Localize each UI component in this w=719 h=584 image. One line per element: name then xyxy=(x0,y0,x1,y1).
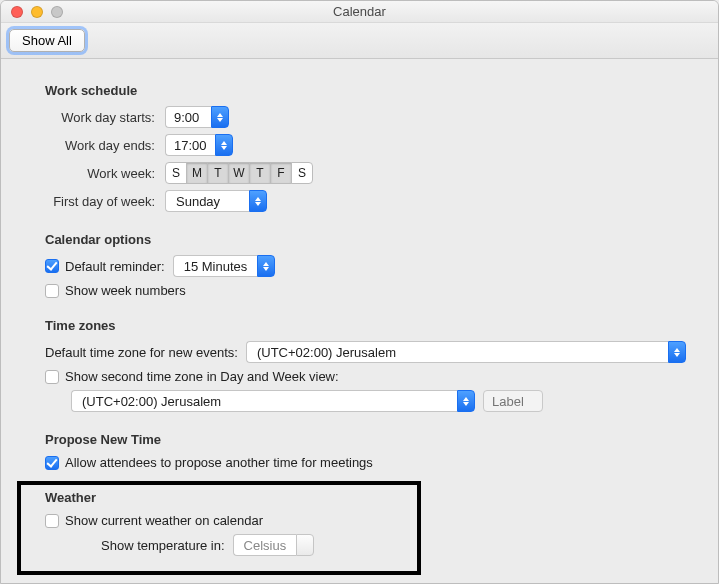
weather-heading: Weather xyxy=(45,490,686,505)
show-temperature-in-label: Show temperature in: xyxy=(101,538,225,553)
first-day-of-week-label: First day of week: xyxy=(45,194,165,209)
calendar-options-heading: Calendar options xyxy=(45,232,686,247)
show-current-weather-checkbox[interactable] xyxy=(45,514,59,528)
popup-arrows-icon[interactable] xyxy=(457,390,475,412)
titlebar: Calendar xyxy=(1,1,718,23)
minimize-window-button[interactable] xyxy=(31,6,43,18)
default-time-zone-popup[interactable]: (UTC+02:00) Jerusalem xyxy=(246,341,686,363)
allow-propose-label: Allow attendees to propose another time … xyxy=(65,455,373,470)
show-all-button[interactable]: Show All xyxy=(9,29,85,52)
show-week-numbers-checkbox[interactable] xyxy=(45,284,59,298)
popup-arrows-icon[interactable] xyxy=(257,255,275,277)
day-toggle-fri[interactable]: F xyxy=(270,162,292,184)
show-second-time-zone-label: Show second time zone in Day and Week vi… xyxy=(65,369,339,384)
second-time-zone-popup[interactable]: (UTC+02:00) Jerusalem xyxy=(71,390,475,412)
default-reminder-value: 15 Minutes xyxy=(173,255,258,277)
toolbar: Show All xyxy=(1,23,718,59)
preferences-window: Calendar Show All Work schedule Work day… xyxy=(0,0,719,584)
stepper-arrows-icon[interactable] xyxy=(215,134,233,156)
propose-new-time-heading: Propose New Time xyxy=(45,432,686,447)
stepper-arrows-icon[interactable] xyxy=(211,106,229,128)
first-day-of-week-value: Sunday xyxy=(165,190,249,212)
work-day-ends-value: 17:00 xyxy=(165,134,215,156)
work-day-starts-stepper[interactable]: 9:00 xyxy=(165,106,229,128)
day-toggle-sun[interactable]: S xyxy=(165,162,187,184)
zoom-window-button[interactable] xyxy=(51,6,63,18)
temperature-unit-value: Celsius xyxy=(233,534,297,556)
default-reminder-popup[interactable]: 15 Minutes xyxy=(173,255,276,277)
window-controls xyxy=(1,6,63,18)
work-schedule-heading: Work schedule xyxy=(45,83,686,98)
work-day-ends-label: Work day ends: xyxy=(45,138,165,153)
second-time-zone-value: (UTC+02:00) Jerusalem xyxy=(71,390,457,412)
temperature-unit-popup[interactable]: Celsius xyxy=(233,534,315,556)
second-time-zone-label-field[interactable] xyxy=(483,390,543,412)
work-week-label: Work week: xyxy=(45,166,165,181)
default-time-zone-label: Default time zone for new events: xyxy=(45,345,238,360)
day-toggle-mon[interactable]: M xyxy=(186,162,208,184)
day-toggle-sat[interactable]: S xyxy=(291,162,313,184)
allow-propose-checkbox[interactable] xyxy=(45,456,59,470)
popup-arrows-icon[interactable] xyxy=(668,341,686,363)
default-time-zone-value: (UTC+02:00) Jerusalem xyxy=(246,341,668,363)
popup-arrows-icon[interactable] xyxy=(249,190,267,212)
default-reminder-checkbox[interactable] xyxy=(45,259,59,273)
day-toggle-tue[interactable]: T xyxy=(207,162,229,184)
work-week-toggle-group: S M T W T F S xyxy=(165,162,313,184)
default-reminder-label: Default reminder: xyxy=(65,259,165,274)
show-current-weather-label: Show current weather on calendar xyxy=(65,513,263,528)
time-zones-heading: Time zones xyxy=(45,318,686,333)
close-window-button[interactable] xyxy=(11,6,23,18)
window-title: Calendar xyxy=(1,4,718,19)
popup-arrows-icon xyxy=(296,534,314,556)
work-day-ends-stepper[interactable]: 17:00 xyxy=(165,134,233,156)
show-second-time-zone-checkbox[interactable] xyxy=(45,370,59,384)
show-week-numbers-label: Show week numbers xyxy=(65,283,186,298)
content-area: Work schedule Work day starts: 9:00 Work… xyxy=(1,59,718,572)
work-day-starts-label: Work day starts: xyxy=(45,110,165,125)
day-toggle-thu[interactable]: T xyxy=(249,162,271,184)
first-day-of-week-popup[interactable]: Sunday xyxy=(165,190,267,212)
day-toggle-wed[interactable]: W xyxy=(228,162,250,184)
work-day-starts-value: 9:00 xyxy=(165,106,211,128)
